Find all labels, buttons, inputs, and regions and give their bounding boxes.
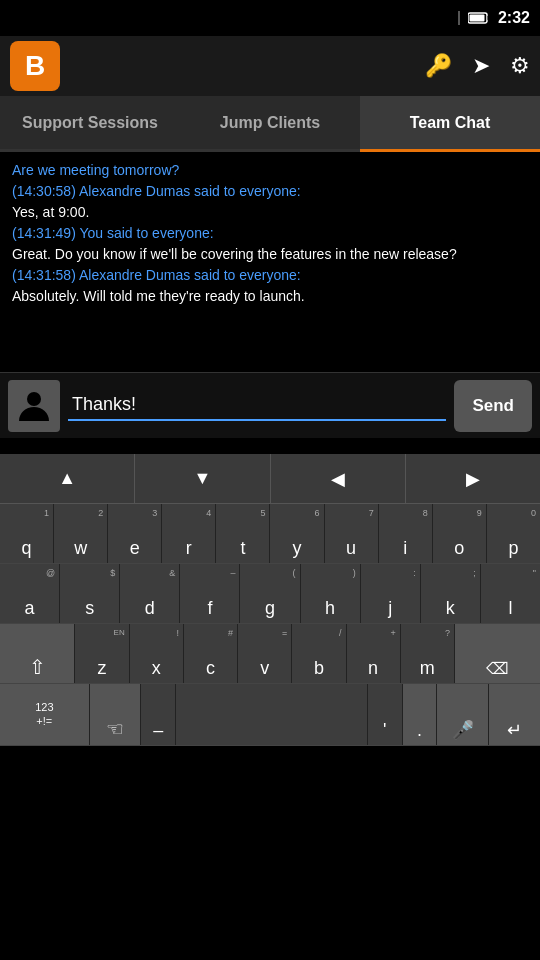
key-f[interactable]: –f: [180, 564, 240, 623]
arrow-right-key[interactable]: ▶: [406, 454, 540, 503]
key-b[interactable]: /b: [292, 624, 346, 683]
key-s[interactable]: $s: [60, 564, 120, 623]
arrow-down-key[interactable]: ▼: [135, 454, 270, 503]
svg-rect-2: [450, 15, 453, 25]
svg-point-8: [27, 392, 41, 406]
key-e[interactable]: 3e: [108, 504, 162, 563]
key-u[interactable]: 7u: [325, 504, 379, 563]
top-bar-actions: 🔑 ➤ ⚙: [425, 53, 530, 79]
svg-rect-4: [458, 11, 460, 25]
top-bar: B 🔑 ➤ ⚙: [0, 36, 540, 96]
symbols-key[interactable]: 123 +!=: [0, 684, 90, 745]
key-j[interactable]: :j: [361, 564, 421, 623]
backspace-key[interactable]: ⌫: [455, 624, 540, 683]
key-y[interactable]: 6y: [270, 504, 324, 563]
key-q[interactable]: 1q: [0, 504, 54, 563]
space-key[interactable]: [176, 684, 367, 745]
chat-area: Are we meeting tomorrow? (14:30:58) Alex…: [0, 152, 540, 372]
keyboard-row-2: @a $s &d –f (g )h :j ;k "l: [0, 564, 540, 624]
svg-rect-3: [454, 12, 457, 25]
status-bar: 2:32: [0, 0, 540, 36]
key-p[interactable]: 0p: [487, 504, 540, 563]
key-r[interactable]: 4r: [162, 504, 216, 563]
key-k[interactable]: ;k: [421, 564, 481, 623]
avatar-button[interactable]: [8, 380, 60, 432]
settings-icon[interactable]: ⚙: [510, 53, 530, 79]
key-i[interactable]: 8i: [379, 504, 433, 563]
svg-rect-0: [442, 21, 445, 25]
keyboard: ▲ ▼ ◀ ▶ 1q 2w 3e 4r 5t 6y 7u 8i 9o 0p @a…: [0, 454, 540, 746]
key-a[interactable]: @a: [0, 564, 60, 623]
arrow-up-key[interactable]: ▲: [0, 454, 135, 503]
microphone-key[interactable]: 🎤: [437, 684, 489, 745]
tab-jump-clients[interactable]: Jump Clients: [180, 96, 360, 152]
key-x[interactable]: !x: [130, 624, 184, 683]
arrow-row: ▲ ▼ ◀ ▶: [0, 454, 540, 504]
send-button[interactable]: Send: [454, 380, 532, 432]
person-icon: [19, 389, 49, 423]
shift-key[interactable]: ⇧: [0, 624, 75, 683]
battery-icon: [468, 12, 490, 24]
svg-rect-7: [469, 15, 484, 22]
keyboard-spacer: [0, 438, 540, 454]
wifi-icon: [414, 11, 434, 25]
key-t[interactable]: 5t: [216, 504, 270, 563]
tabs: Support Sessions Jump Clients Team Chat: [0, 96, 540, 152]
chat-message-3: (14:31:49) You said to everyone: Great. …: [12, 223, 528, 265]
keyboard-row-3: ⇧ ENz !x #c =v /b +n ?m ⌫: [0, 624, 540, 684]
period2-key[interactable]: .: [403, 684, 438, 745]
key-n[interactable]: +n: [347, 624, 401, 683]
key-v[interactable]: =v: [238, 624, 292, 683]
tab-support-sessions[interactable]: Support Sessions: [0, 96, 180, 152]
message-input[interactable]: [68, 390, 446, 421]
key-l[interactable]: "l: [481, 564, 540, 623]
gesture-key[interactable]: ☜: [90, 684, 142, 745]
app-logo[interactable]: B: [10, 41, 60, 91]
svg-rect-1: [446, 18, 449, 25]
keyboard-bottom-row: 123 +!= ☜ – ' . 🎤 ↵: [0, 684, 540, 746]
chat-message-2: (14:30:58) Alexandre Dumas said to every…: [12, 181, 528, 223]
key-g[interactable]: (g: [240, 564, 300, 623]
chat-message-4: (14:31:58) Alexandre Dumas said to every…: [12, 265, 528, 307]
key-m[interactable]: ?m: [401, 624, 455, 683]
signal-icon: [442, 11, 460, 25]
key-z[interactable]: ENz: [75, 624, 129, 683]
svg-rect-6: [487, 16, 489, 21]
period-key[interactable]: ': [368, 684, 403, 745]
forward-icon[interactable]: ➤: [472, 53, 490, 79]
status-time: 2:32: [498, 9, 530, 27]
comma-key[interactable]: –: [141, 684, 176, 745]
arrow-left-key[interactable]: ◀: [271, 454, 406, 503]
key-w[interactable]: 2w: [54, 504, 108, 563]
key-c[interactable]: #c: [184, 624, 238, 683]
keyboard-row-1: 1q 2w 3e 4r 5t 6y 7u 8i 9o 0p: [0, 504, 540, 564]
enter-key[interactable]: ↵: [489, 684, 540, 745]
key-h[interactable]: )h: [301, 564, 361, 623]
key-o[interactable]: 9o: [433, 504, 487, 563]
input-area: Send: [0, 372, 540, 438]
key-icon[interactable]: 🔑: [425, 53, 452, 79]
key-d[interactable]: &d: [120, 564, 180, 623]
tab-team-chat[interactable]: Team Chat: [360, 96, 540, 152]
chat-message-1: Are we meeting tomorrow?: [12, 160, 528, 181]
